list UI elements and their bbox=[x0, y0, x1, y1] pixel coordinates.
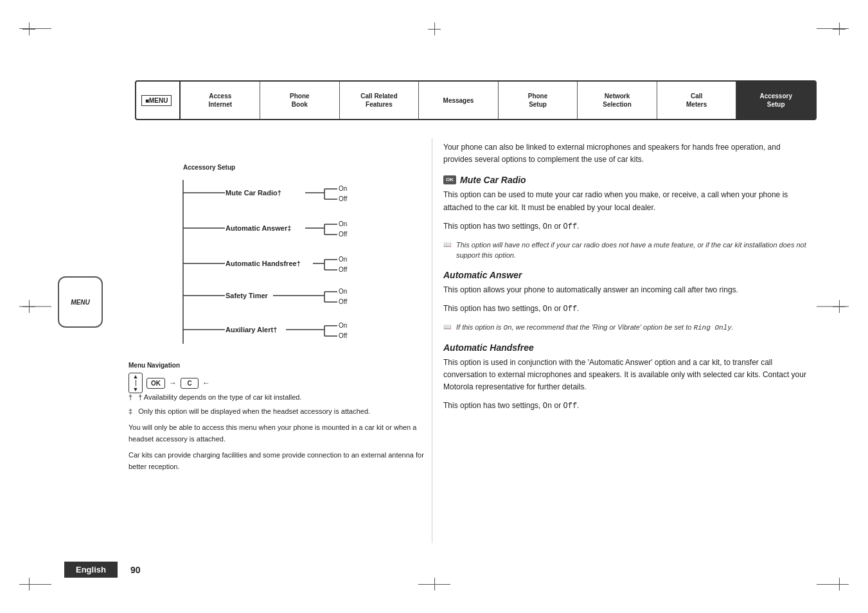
intro-text: Your phone can also be linked to externa… bbox=[443, 141, 810, 166]
mute-car-radio-settings: This option has two settings, On or Off. bbox=[443, 220, 810, 233]
up-arrow-icon: ▲ bbox=[133, 373, 139, 380]
hline-top-right bbox=[817, 28, 849, 29]
mute-car-radio-note: This option will have no effect if your … bbox=[443, 240, 810, 261]
svg-text:On: On bbox=[339, 322, 347, 329]
automatic-handsfree-heading: Automatic Handsfree bbox=[443, 342, 810, 353]
svg-text:On: On bbox=[339, 185, 347, 192]
svg-text:Automatic Answer‡: Automatic Answer‡ bbox=[226, 224, 291, 232]
left-arrow-icon: ← bbox=[202, 378, 210, 387]
automatic-answer-settings: This option has two settings, On or Off. bbox=[443, 303, 810, 315]
up-down-control[interactable]: ▲ ▼ bbox=[128, 373, 143, 393]
svg-text:Automatic Handsfree†: Automatic Handsfree† bbox=[226, 260, 301, 267]
svg-text:Safety Timer: Safety Timer bbox=[226, 292, 269, 299]
footnote-double-dagger: ‡ Only this option will be displayed whe… bbox=[128, 406, 424, 418]
nav-item-phone-setup[interactable]: Phone Setup bbox=[499, 82, 578, 119]
menu-phone-icon: MENU bbox=[58, 276, 103, 328]
crosshair-top-right bbox=[829, 19, 849, 39]
ok-label: OK bbox=[151, 380, 161, 387]
nav-controls-section: Menu Navigation ▲ ▼ OK → C ← bbox=[128, 362, 210, 393]
menu-tree-diagram: Accessory Setup Mute Car Radio† On Off A… bbox=[100, 161, 421, 373]
footnote-dagger: † † Availability depends on the type of … bbox=[128, 392, 424, 404]
svg-text:Off: Off bbox=[339, 231, 347, 238]
mute-car-radio-heading: OK Mute Car Radio bbox=[443, 175, 810, 185]
svg-text:Off: Off bbox=[339, 195, 347, 202]
hline-mid-left bbox=[19, 306, 51, 307]
svg-text:Off: Off bbox=[339, 298, 347, 305]
hline-bottom-right bbox=[817, 584, 849, 585]
language-label: English bbox=[64, 562, 118, 578]
navigation-bar: ■MENU Access Internet Phone Book Call Re… bbox=[135, 80, 817, 120]
automatic-answer-body: This option allows your phone to automat… bbox=[443, 284, 810, 296]
crosshair-top-center bbox=[425, 19, 444, 39]
section-mute-car-radio: OK Mute Car Radio This option can be use… bbox=[443, 175, 810, 261]
hline-bottom-left bbox=[19, 584, 51, 585]
nav-controls-label: Menu Navigation bbox=[128, 362, 210, 369]
svg-text:Off: Off bbox=[339, 266, 347, 273]
svg-text:Accessory Setup: Accessory Setup bbox=[183, 164, 235, 171]
ok-icon: OK bbox=[443, 175, 456, 184]
nav-item-network-selection[interactable]: Network Selection bbox=[578, 82, 657, 119]
nav-item-messages[interactable]: Messages bbox=[419, 82, 499, 119]
hline-top-left bbox=[19, 28, 51, 29]
hline-bottom-center bbox=[418, 584, 450, 585]
footnotes-section: † † Availability depends on the type of … bbox=[128, 392, 424, 473]
menu-box-icon: ■MENU bbox=[141, 95, 172, 106]
footer: English 90 bbox=[0, 562, 868, 578]
nav-item-call-meters[interactable]: Call Meters bbox=[657, 82, 737, 119]
divider bbox=[136, 380, 136, 386]
nav-item-accessory-setup[interactable]: Accessory Setup bbox=[736, 82, 815, 119]
svg-text:On: On bbox=[339, 288, 347, 295]
svg-text:Off: Off bbox=[339, 332, 347, 339]
svg-text:On: On bbox=[339, 256, 347, 263]
c-label: C bbox=[187, 380, 191, 387]
nav-item-call-related[interactable]: Call Related Features bbox=[340, 82, 420, 119]
svg-text:Auxiliary Alert†: Auxiliary Alert† bbox=[226, 326, 277, 333]
c-button[interactable]: C bbox=[181, 378, 199, 389]
page-number: 90 bbox=[130, 565, 141, 575]
automatic-answer-title: Automatic Answer bbox=[443, 270, 522, 280]
body-text-1: You will only be able to access this men… bbox=[128, 422, 424, 445]
nav-item-phone-book[interactable]: Phone Book bbox=[260, 82, 340, 119]
crosshair-top-left bbox=[19, 19, 39, 39]
automatic-handsfree-title: Automatic Handsfree bbox=[443, 342, 534, 353]
svg-text:On: On bbox=[339, 220, 347, 227]
right-column: Your phone can also be linked to externa… bbox=[443, 141, 810, 422]
mute-car-radio-body: This option can be used to mute your car… bbox=[443, 189, 810, 213]
section-automatic-handsfree: Automatic Handsfree This option is used … bbox=[443, 342, 810, 413]
section-automatic-answer: Automatic Answer This option allows your… bbox=[443, 270, 810, 333]
body-text-2: Car kits can provide charging facilities… bbox=[128, 450, 424, 472]
mute-car-radio-title: Mute Car Radio bbox=[460, 175, 526, 185]
svg-text:Mute Car Radio†: Mute Car Radio† bbox=[226, 189, 281, 197]
automatic-handsfree-body: This option is used in conjunction with … bbox=[443, 357, 810, 394]
right-arrow-icon: → bbox=[169, 378, 177, 387]
nav-item-access-internet[interactable]: Access Internet bbox=[181, 82, 260, 119]
ok-button[interactable]: OK bbox=[146, 378, 165, 389]
automatic-answer-heading: Automatic Answer bbox=[443, 270, 810, 280]
automatic-handsfree-settings: This option has two settings, On or Off. bbox=[443, 400, 810, 413]
menu-label: ■MENU bbox=[136, 82, 181, 119]
menu-phone-label: MENU bbox=[71, 299, 89, 306]
automatic-answer-note: If this option is On, we recommend that … bbox=[443, 322, 810, 333]
column-divider bbox=[432, 138, 432, 543]
controls-row: ▲ ▼ OK → C ← bbox=[128, 373, 210, 393]
hline-mid-right bbox=[817, 306, 849, 307]
